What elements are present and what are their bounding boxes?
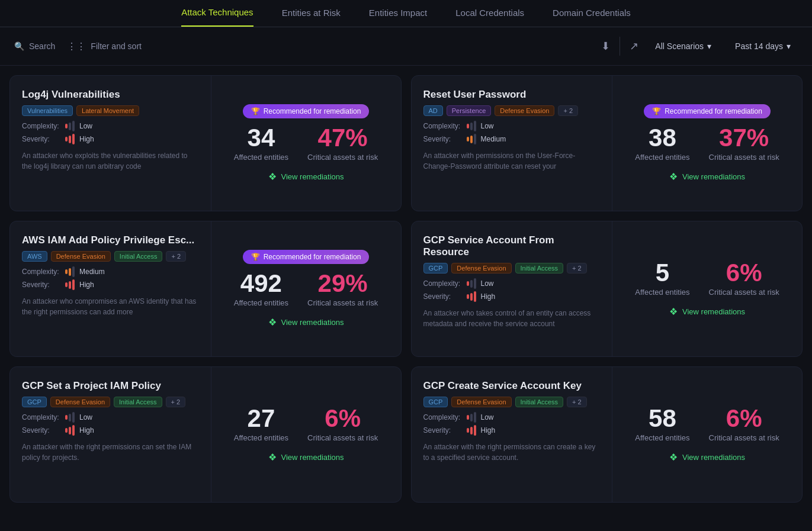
share-icon[interactable]: ↗ xyxy=(630,40,638,53)
period-chevron-icon: ▾ xyxy=(787,41,791,51)
stats-row: 34 Affected entities 47% Critical assets… xyxy=(226,125,387,162)
severity-label: Severity: xyxy=(423,135,462,143)
recommended-badge: 🏆 Recommended for remediation xyxy=(243,104,370,118)
card-left-log4j: Log4j Vulnerabilities VulnerabilitiesLat… xyxy=(10,76,211,211)
view-remediations-button[interactable]: ❖ View remediations xyxy=(268,317,344,328)
card-left-gcp-service-account: GCP Service Account From Resource GCPDef… xyxy=(412,221,613,356)
critical-assets-stat: 29% Critical assets at risk xyxy=(307,271,378,307)
severity-value: High xyxy=(481,292,496,301)
affected-entities-label: Affected entities xyxy=(635,153,689,162)
complexity-value: Low xyxy=(79,413,92,421)
tag-aws: AWS xyxy=(22,251,47,262)
card-description: An attacker with the right permissions c… xyxy=(423,442,601,463)
view-remediations-button[interactable]: ❖ View remediations xyxy=(669,306,745,317)
card-right-gcp-iam-policy: 27 Affected entities 6% Critical assets … xyxy=(211,367,401,502)
severity-value: High xyxy=(79,281,94,289)
filter-label: Filter and sort xyxy=(91,41,142,51)
search-button[interactable]: 🔍 Search xyxy=(14,41,55,51)
period-label: Past 14 days xyxy=(735,41,783,51)
view-remediations-button[interactable]: ❖ View remediations xyxy=(268,171,344,182)
severity-value: High xyxy=(481,426,496,435)
severity-item: Severity: High xyxy=(423,291,601,302)
complexity-value: Low xyxy=(481,122,494,130)
card-left-gcp-iam-policy: GCP Set a Project IAM Policy GCPDefense … xyxy=(10,367,211,502)
critical-percent-number: 47% xyxy=(318,125,368,150)
filter-sort-button[interactable]: ⋮⋮ Filter and sort xyxy=(67,41,142,52)
trophy-icon: 🏆 xyxy=(652,107,661,115)
tag-defense-evasion: Defense Evasion xyxy=(50,397,110,407)
tag-defense-evasion: Defense Evasion xyxy=(51,251,111,262)
nav-item-entities-impact[interactable]: Entities Impact xyxy=(369,8,427,26)
search-label: Search xyxy=(29,41,55,51)
main-nav: Attack TechniquesEntities at RiskEntitie… xyxy=(0,0,812,27)
affected-entities-label: Affected entities xyxy=(635,288,689,297)
download-icon[interactable]: ⬇ xyxy=(601,40,610,53)
affected-entities-stat: 27 Affected entities xyxy=(234,406,288,442)
critical-assets-stat: 6% Critical assets at risk xyxy=(709,406,779,442)
tag-initial-access: Initial Access xyxy=(515,397,564,407)
toolbar-right: ⬇ ↗ All Scenarios ▾ Past 14 days ▾ xyxy=(601,37,798,56)
card-title: GCP Set a Project IAM Policy xyxy=(22,380,199,392)
affected-entities-number: 38 xyxy=(649,125,676,150)
card-gcp-service-account: GCP Service Account From Resource GCPDef… xyxy=(411,221,803,357)
nav-item-domain-credentials[interactable]: Domain Credentials xyxy=(553,8,631,26)
card-right-gcp-create-key: 58 Affected entities 6% Critical assets … xyxy=(612,367,802,502)
recommended-label: Recommended for remediation xyxy=(264,253,361,261)
critical-percent-number: 6% xyxy=(726,406,762,431)
meta-row: Complexity: Low Severity: High xyxy=(423,278,601,302)
tag-ad: AD xyxy=(423,105,443,116)
view-remediations-button[interactable]: ❖ View remediations xyxy=(268,452,344,463)
tag-gcp: GCP xyxy=(423,263,448,273)
affected-entities-stat: 5 Affected entities xyxy=(635,260,689,297)
tag-row: VulnerabilitiesLateral Movement xyxy=(22,105,199,116)
affected-entities-stat: 38 Affected entities xyxy=(635,125,689,162)
complexity-label: Complexity: xyxy=(22,122,60,130)
tag-initial-access: Initial Access xyxy=(114,251,163,262)
severity-item: Severity: High xyxy=(22,279,199,290)
scenarios-label: All Scenarios xyxy=(655,41,704,51)
meta-row: Complexity: Low Severity: High xyxy=(22,121,199,144)
scenarios-dropdown[interactable]: All Scenarios ▾ xyxy=(648,38,718,54)
remediation-icon: ❖ xyxy=(268,452,277,463)
view-remediations-button[interactable]: ❖ View remediations xyxy=(669,171,745,182)
card-right-gcp-service-account: 5 Affected entities 6% Critical assets a… xyxy=(612,221,802,356)
critical-assets-label: Critical assets at risk xyxy=(709,153,779,162)
view-remediations-button[interactable]: ❖ View remediations xyxy=(669,452,745,463)
nav-item-local-credentials[interactable]: Local Credentials xyxy=(455,8,524,26)
meta-row: Complexity: Low Severity: Medium xyxy=(423,121,601,144)
complexity-label: Complexity: xyxy=(423,122,462,130)
card-right-log4j: 🏆 Recommended for remediation 34 Affecte… xyxy=(211,76,401,211)
affected-entities-label: Affected entities xyxy=(635,433,689,442)
remediation-icon: ❖ xyxy=(268,171,277,182)
period-dropdown[interactable]: Past 14 days ▾ xyxy=(728,38,798,54)
complexity-label: Complexity: xyxy=(423,279,462,288)
affected-entities-stat: 58 Affected entities xyxy=(635,406,689,442)
severity-label: Severity: xyxy=(22,281,60,289)
view-remediations-label: View remediations xyxy=(281,318,344,327)
severity-item: Severity: High xyxy=(22,134,199,144)
tag-initial-access: Initial Access xyxy=(114,397,162,407)
card-title: Reset User Password xyxy=(423,89,601,101)
critical-assets-label: Critical assets at risk xyxy=(709,288,779,297)
card-description: An attacker with the right permissions c… xyxy=(22,442,199,463)
card-right-reset-password: 🏆 Recommended for remediation 38 Affecte… xyxy=(612,76,802,211)
critical-assets-label: Critical assets at risk xyxy=(307,433,378,442)
affected-entities-label: Affected entities xyxy=(234,298,288,307)
card-gcp-create-key: GCP Create Service Account Key GCPDefens… xyxy=(411,366,803,503)
tag-row: GCPDefense EvasionInitial Access+ 2 xyxy=(423,397,601,407)
tag-defense-evasion: Defense Evasion xyxy=(495,105,554,116)
complexity-value: Low xyxy=(481,279,494,288)
tag-+-2: + 2 xyxy=(567,397,587,407)
remediation-icon: ❖ xyxy=(268,317,277,328)
complexity-value: Low xyxy=(79,122,92,130)
nav-item-entities-at-risk[interactable]: Entities at Risk xyxy=(282,8,341,26)
nav-item-attack-techniques[interactable]: Attack Techniques xyxy=(181,7,253,27)
card-left-gcp-create-key: GCP Create Service Account Key GCPDefens… xyxy=(412,367,613,502)
tag-row: GCPDefense EvasionInitial Access+ 2 xyxy=(22,397,199,407)
recommended-badge: 🏆 Recommended for remediation xyxy=(243,250,370,264)
toolbar-left: 🔍 Search ⋮⋮ Filter and sort xyxy=(14,41,587,52)
stats-row: 492 Affected entities 29% Critical asset… xyxy=(226,271,387,307)
meta-row: Complexity: Low Severity: High xyxy=(22,412,199,436)
severity-label: Severity: xyxy=(22,135,60,143)
affected-entities-number: 5 xyxy=(656,260,669,285)
